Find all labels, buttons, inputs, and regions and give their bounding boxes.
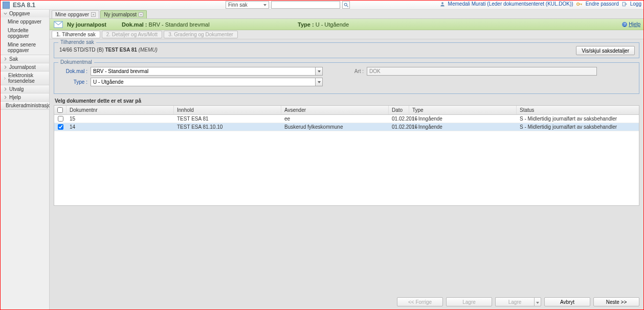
- svg-point-2: [441, 2, 443, 4]
- col-dato[interactable]: Dato: [389, 106, 409, 114]
- dokmal-field-label: Dok.mal :: [59, 68, 87, 74]
- dokmal-combo[interactable]: [91, 67, 323, 76]
- art-input: [367, 67, 597, 76]
- cell-dato: 01.02.2016: [389, 123, 409, 131]
- col-type[interactable]: Type: [409, 106, 517, 114]
- chevron-right-icon: [4, 65, 7, 69]
- col-innhold[interactable]: Innhold: [174, 106, 281, 114]
- dokmal-input[interactable]: [91, 67, 316, 76]
- chevron-right-icon: [4, 57, 7, 61]
- top-search-group: Finn sak: [226, 1, 350, 9]
- content: Mine oppgaver × Ny journalpost × Ny jour…: [50, 10, 643, 309]
- logout-icon: [622, 2, 627, 7]
- cell-dato: 01.02.2016: [389, 115, 409, 123]
- step-1[interactable]: 1. Tilhørende sak: [52, 31, 100, 38]
- type-value: U - Utgående: [316, 21, 349, 28]
- cell-innhold: TEST ESA 81.10.10: [174, 123, 281, 131]
- chevron-right-icon: [4, 77, 6, 80]
- chevron-down-icon: [318, 70, 321, 73]
- search-button[interactable]: [342, 1, 350, 9]
- save-split-button[interactable]: Lagre: [495, 297, 541, 306]
- col-status[interactable]: Status: [517, 106, 639, 114]
- cell-status: S - Midlertidig journalført av saksbehan…: [517, 123, 639, 131]
- key-icon: [576, 2, 583, 7]
- cell-type: I - Inngående: [409, 123, 517, 131]
- logout-link[interactable]: Logg: [630, 1, 641, 7]
- chevron-down-icon: [318, 81, 321, 83]
- tab-ny-journalpost[interactable]: Ny journalpost ×: [100, 10, 147, 18]
- tab-mine-oppgaver[interactable]: Mine oppgaver ×: [52, 10, 99, 18]
- type-combo[interactable]: [91, 78, 323, 86]
- svg-rect-5: [581, 4, 582, 5]
- wizard-steps: 1. Tilhørende sak 2. Detaljer og Avs/Mot…: [50, 30, 643, 39]
- row-checkbox[interactable]: [58, 116, 63, 122]
- search-input[interactable]: [271, 1, 340, 9]
- sidebar-head-eforsend[interactable]: Elektronisk forsendelse: [1, 71, 49, 85]
- case-suffix: (MEMU): [137, 47, 158, 53]
- dropdown-button[interactable]: [316, 78, 323, 86]
- step-2[interactable]: 2. Detaljer og Avs/Mott: [102, 31, 162, 38]
- sidebar-item-mine-oppgaver[interactable]: Mine oppgaver: [1, 17, 49, 26]
- chevron-down-icon: [536, 302, 539, 304]
- svg-point-3: [576, 3, 579, 5]
- fieldset-dokumentmal: Dokumentmal Dok.mal : Art : Type :: [54, 62, 639, 94]
- save-split-dropdown[interactable]: [534, 297, 541, 306]
- toggle-case-details-button[interactable]: Vis/skjul saksdetaljer: [576, 46, 635, 55]
- search-mode-combo[interactable]: Finn sak: [226, 1, 269, 9]
- cell-innhold: TEST ESA 81: [174, 115, 281, 123]
- top-right-links: Memedali Murati (Leder dokumentsenteret …: [440, 1, 641, 7]
- close-icon[interactable]: ×: [139, 12, 143, 17]
- art-field-label: Art :: [343, 68, 364, 74]
- table-row[interactable]: 15TEST ESA 81ee01.02.2016I - InngåendeS …: [54, 115, 639, 123]
- cell-status: S - Midlertidig journalført av saksbehan…: [517, 115, 639, 123]
- sidebar-head-sak[interactable]: Sak: [1, 55, 49, 63]
- save-split-main[interactable]: Lagre: [495, 297, 534, 306]
- help-icon: ?: [622, 22, 627, 27]
- change-password-link[interactable]: Endre passord: [586, 1, 619, 7]
- col-avsender[interactable]: Avsender: [281, 106, 389, 114]
- sidebar-head-journalpost[interactable]: Journalpost: [1, 63, 49, 71]
- sidebar-head-brukeradm[interactable]: Brukeradministrasjon: [1, 102, 49, 109]
- cancel-button[interactable]: Avbryt: [544, 297, 590, 306]
- grid-header: Dokumentnr Innhold Avsender Dato Type St…: [54, 106, 639, 115]
- fieldset-legend: Tilhørende sak: [58, 39, 96, 45]
- next-button[interactable]: Neste >>: [593, 297, 639, 306]
- svg-point-0: [344, 3, 347, 6]
- sidebar: Oppgave Mine oppgaver Ufordelte oppgaver…: [1, 10, 50, 309]
- app-title: ESA 8.1: [13, 2, 35, 9]
- dropdown-button[interactable]: [316, 67, 323, 76]
- type-input[interactable]: [91, 78, 316, 86]
- step-3[interactable]: 3. Gradering og Dokumenter: [164, 31, 238, 38]
- fieldset-legend: Dokumentmal: [58, 59, 94, 65]
- row-checkbox[interactable]: [58, 124, 63, 130]
- select-all-checkbox[interactable]: [57, 107, 63, 113]
- table-row[interactable]: 14TEST ESA 81.10.10Buskerud fylkeskommun…: [54, 123, 639, 131]
- sidebar-section-oppgave: Oppgave Mine oppgaver Ufordelte oppgaver…: [1, 10, 49, 55]
- prev-button[interactable]: << Forrige: [397, 297, 443, 306]
- sidebar-item-ufordelte[interactable]: Ufordelte oppgaver: [1, 26, 49, 40]
- sidebar-head-utvalg[interactable]: Utvalg: [1, 85, 49, 93]
- sidebar-label: Brukeradministrasjon: [6, 103, 54, 108]
- sidebar-item-senere[interactable]: Mine senere oppgaver: [1, 40, 49, 55]
- case-title: TEST ESA 81: [105, 47, 137, 53]
- sidebar-head-hjelp[interactable]: Hjelp: [1, 93, 49, 101]
- dokmal-label: Dok.mal :: [122, 21, 147, 28]
- sidebar-label: Oppgave: [9, 11, 30, 16]
- user-link[interactable]: Memedali Murati (Leder dokumentsenteret …: [448, 1, 573, 7]
- col-dokumentnr[interactable]: Dokumentnr: [66, 106, 174, 114]
- search-icon: [344, 3, 349, 8]
- sidebar-label: Utvalg: [9, 86, 24, 92]
- help-link[interactable]: ? Hjelp: [622, 21, 640, 27]
- top-bar: ESA 8.1 Finn sak Memedali Murati (Leder …: [1, 1, 643, 10]
- sidebar-head-oppgave[interactable]: Oppgave: [1, 10, 49, 17]
- close-icon[interactable]: ×: [91, 12, 96, 17]
- fieldset-case: Tilhørende sak 14/66 STD/STD (B) TEST ES…: [54, 42, 639, 58]
- chevron-right-icon: [4, 96, 7, 99]
- svg-line-1: [346, 5, 348, 7]
- dokmal-value: BRV - Standard brevmal: [149, 21, 210, 28]
- cell-avsender: Buskerud fylkeskommune: [281, 123, 389, 131]
- velg-title: Velg dokumenter dette er et svar på: [55, 98, 639, 104]
- mail-icon: [54, 21, 63, 28]
- chevron-down-icon: [263, 4, 267, 6]
- save-button[interactable]: Lagre: [446, 297, 492, 306]
